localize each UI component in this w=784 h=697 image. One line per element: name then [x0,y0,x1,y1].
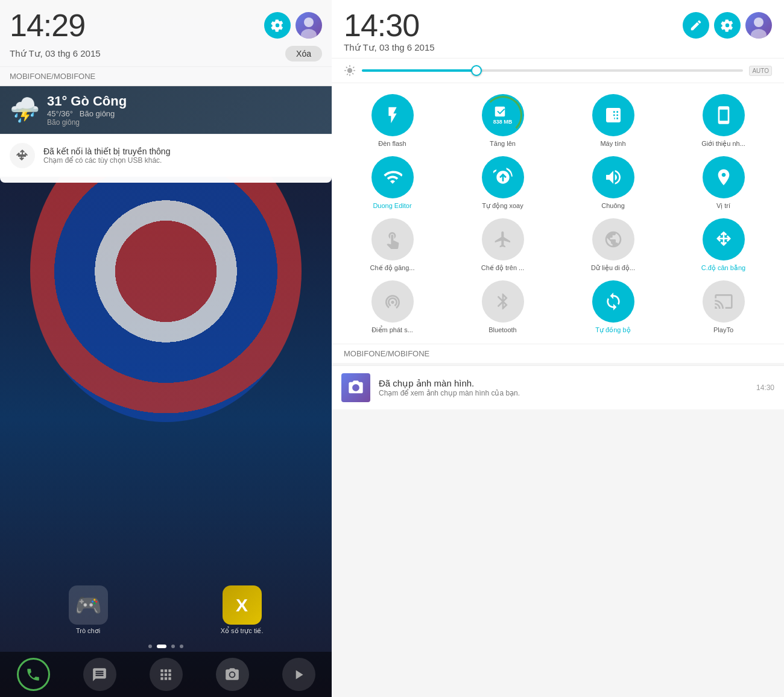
right-time-display: 14:30 [344,10,419,41]
qs-balance-icon [703,218,745,260]
mem-arc [484,96,522,134]
qs-calculator[interactable]: Máy tính [562,94,664,148]
qs-intro-label: Giới thiệu nh... [701,140,745,148]
weather-location: Gò Công [71,93,127,109]
weather-temp: 31° [47,93,67,109]
qs-wifi[interactable]: Duong Editor [341,156,443,210]
app-item-game[interactable]: 🎮 Trò chơi [69,585,108,635]
qs-intro[interactable]: Giới thiệu nh... [672,94,774,148]
qs-sound-label: Chuông [601,202,625,209]
left-bottom-area: 🎮 Trò chơi X Xổ số trực tiế. [0,579,332,697]
qs-flashlight-label: Đèn flash [378,140,406,147]
right-date: Thứ Tư, 03 thg 6 2015 [344,42,772,53]
qs-data[interactable]: Dữ liệu di độ... [562,218,664,272]
qs-balance-label: C.độ cân bằng [701,264,745,272]
qs-wifi-label: Duong Editor [373,202,411,209]
brightness-row: AUTO [332,58,784,83]
qs-location[interactable]: Vị trí [672,156,774,210]
qs-flashlight[interactable]: Đèn flash [341,94,443,148]
weather-condition-sub: Bão giông [47,118,127,127]
qs-hotspot[interactable]: Điểm phát s... [341,280,443,334]
play-nav-icon[interactable] [282,658,315,691]
phone-nav-icon[interactable] [17,658,50,691]
lottery-label: Xổ số trực tiế. [221,627,264,635]
usb-title: Đã kết nối là thiết bị truyền thông [43,147,170,156]
qs-rotate[interactable]: Tự động xoay [452,156,554,210]
xoa-button[interactable]: Xóa [285,46,322,62]
qs-balance[interactable]: C.độ cân bằng [672,218,774,272]
qs-playto[interactable]: PlayTo [672,280,774,334]
right-edit-button[interactable] [683,12,709,39]
weather-icon: ⛈️ [10,96,40,124]
left-header: 14:29 [0,0,332,46]
qs-memory[interactable]: 838 MB Tăng lên [452,94,554,148]
qs-rotate-label: Tự động xoay [482,202,523,210]
svg-point-0 [304,17,314,27]
game-icon: 🎮 [69,585,108,625]
qs-rotate-icon [482,156,524,198]
right-panel: 14:30 [332,0,784,697]
left-date: Thứ Tư, 03 thg 6 2015 [10,48,101,59]
right-avatar[interactable] [745,12,772,39]
message-nav-icon[interactable] [83,658,116,691]
qs-data-label: Dữ liệu di độ... [591,264,635,272]
left-header-icons [264,12,322,39]
screenshot-time: 14:30 [756,383,774,392]
dot-2-active [157,645,166,648]
qs-touch-icon [371,218,414,260]
qs-touch[interactable]: Chế độ găng... [341,218,443,272]
svg-point-1 [301,29,317,39]
right-carrier: MOBIFONE/MOBIFONE [332,344,784,363]
qs-location-icon [703,156,745,198]
auto-badge: AUTO [749,66,772,76]
screenshot-subtitle: Chạm để xem ảnh chụp màn hình của bạn. [379,389,520,397]
brightness-thumb[interactable] [471,65,482,76]
qs-playto-icon [703,280,745,323]
left-panel: 14:29 Thứ Tư, 03 thg 6 2015 Xóa [0,0,332,697]
game-label: Trò chơi [76,627,100,635]
qs-airplane[interactable]: Chế độ trên ... [452,218,554,272]
brightness-slider[interactable] [362,69,743,72]
weather-range: 45°/36° Bão giông [47,109,127,118]
usb-subtitle: Chạm để có các tùy chọn USB khác. [43,156,170,165]
weather-notification[interactable]: ⛈️ 31° Gò Công 45°/36° Bão giông Bão giô… [0,86,332,134]
dot-3 [171,645,175,648]
app-row: 🎮 Trò chơi X Xổ số trực tiế. [0,579,332,641]
qs-sync-label: Tự đồng bộ [595,326,630,334]
settings-button[interactable] [264,12,291,39]
qs-airplane-label: Chế độ trên ... [481,264,524,272]
usb-notification[interactable]: Đã kết nối là thiết bị truyền thông Chạm… [0,134,332,177]
qs-calculator-icon [592,94,634,136]
app-item-lottery[interactable]: X Xổ số trực tiế. [221,585,264,635]
apps-nav-icon[interactable] [150,658,183,691]
quick-settings-grid: Đèn flash 838 MB Tăng lên [341,94,774,334]
qs-sync[interactable]: Tự đồng bộ [562,280,664,334]
qs-hotspot-label: Điểm phát s... [371,326,413,334]
right-settings-button[interactable] [714,12,741,39]
qs-sound[interactable]: Chuông [562,156,664,210]
left-avatar[interactable] [296,12,322,39]
qs-intro-icon [703,94,745,136]
usb-icon [10,143,35,168]
qs-location-label: Vị trí [716,202,730,210]
camera-nav-icon[interactable] [216,658,249,691]
right-time: 14:30 [344,10,419,41]
qs-flashlight-icon [371,94,414,136]
left-notification-panel: 14:29 Thứ Tư, 03 thg 6 2015 Xóa [0,0,332,183]
left-time-display: 14:29 [10,10,85,41]
brightness-fill [362,69,476,72]
qs-touch-label: Chế độ găng... [370,264,415,272]
qs-data-icon [592,218,634,260]
qs-sync-icon [592,280,634,323]
qs-memory-label: Tăng lên [490,140,516,147]
qs-bluetooth-label: Bluetooth [488,326,516,333]
page-dots [0,641,332,652]
weather-info: 31° Gò Công 45°/36° Bão giông Bão giông [47,93,127,127]
dot-4 [180,645,183,648]
qs-bluetooth[interactable]: Bluetooth [452,280,554,334]
qs-bluetooth-icon [482,280,524,323]
left-date-row: Thứ Tư, 03 thg 6 2015 Xóa [0,46,332,66]
qs-playto-label: PlayTo [713,326,733,333]
lottery-icon: X [223,585,262,625]
screenshot-notification[interactable]: Đã chụp ảnh màn hình. Chạm để xem ảnh ch… [332,365,784,409]
